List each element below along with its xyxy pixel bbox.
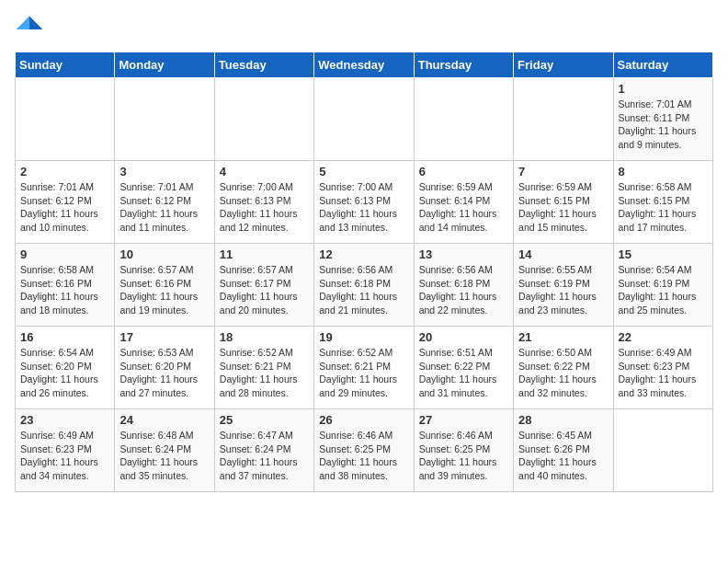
- day-cell: [514, 78, 613, 161]
- day-info: Sunrise: 6:57 AM Sunset: 6:16 PM Dayligh…: [119, 263, 209, 317]
- day-number: 23: [20, 413, 109, 427]
- day-info: Sunrise: 6:56 AM Sunset: 6:18 PM Dayligh…: [419, 263, 508, 317]
- day-number: 5: [319, 165, 408, 178]
- week-row-1: 1Sunrise: 7:01 AM Sunset: 6:11 PM Daylig…: [16, 78, 713, 161]
- page-header: [15, 15, 713, 44]
- day-cell: 8Sunrise: 6:58 AM Sunset: 6:15 PM Daylig…: [613, 161, 712, 244]
- day-cell: 26Sunrise: 6:46 AM Sunset: 6:25 PM Dayli…: [314, 409, 414, 492]
- day-cell: [214, 78, 313, 161]
- day-info: Sunrise: 6:59 AM Sunset: 6:14 PM Dayligh…: [419, 180, 508, 235]
- day-number: 3: [119, 165, 209, 178]
- day-info: Sunrise: 6:46 AM Sunset: 6:25 PM Dayligh…: [319, 429, 408, 483]
- day-cell: 16Sunrise: 6:54 AM Sunset: 6:20 PM Dayli…: [16, 327, 115, 409]
- day-cell: [115, 78, 214, 161]
- week-row-5: 23Sunrise: 6:49 AM Sunset: 6:23 PM Dayli…: [16, 409, 713, 492]
- day-cell: 13Sunrise: 6:56 AM Sunset: 6:18 PM Dayli…: [414, 244, 513, 327]
- day-cell: 12Sunrise: 6:56 AM Sunset: 6:18 PM Dayli…: [314, 244, 414, 327]
- day-info: Sunrise: 6:56 AM Sunset: 6:18 PM Dayligh…: [319, 263, 408, 317]
- day-info: Sunrise: 6:48 AM Sunset: 6:24 PM Dayligh…: [119, 429, 209, 483]
- day-number: 4: [220, 165, 309, 178]
- day-cell: 5Sunrise: 7:00 AM Sunset: 6:13 PM Daylig…: [314, 161, 414, 244]
- day-info: Sunrise: 6:59 AM Sunset: 6:15 PM Dayligh…: [518, 180, 608, 235]
- day-info: Sunrise: 6:51 AM Sunset: 6:22 PM Dayligh…: [419, 346, 508, 400]
- day-cell: 27Sunrise: 6:46 AM Sunset: 6:25 PM Dayli…: [414, 409, 513, 492]
- day-number: 21: [518, 330, 608, 344]
- day-number: 10: [119, 247, 209, 261]
- day-info: Sunrise: 7:00 AM Sunset: 6:13 PM Dayligh…: [220, 180, 309, 235]
- day-number: 18: [220, 330, 309, 344]
- day-info: Sunrise: 6:53 AM Sunset: 6:20 PM Dayligh…: [119, 346, 209, 400]
- day-number: 16: [20, 330, 109, 344]
- day-cell: [613, 409, 712, 492]
- day-cell: 15Sunrise: 6:54 AM Sunset: 6:19 PM Dayli…: [613, 244, 712, 327]
- day-info: Sunrise: 7:01 AM Sunset: 6:12 PM Dayligh…: [20, 180, 109, 235]
- day-number: 22: [619, 330, 708, 344]
- day-info: Sunrise: 6:55 AM Sunset: 6:19 PM Dayligh…: [518, 263, 608, 317]
- day-cell: 24Sunrise: 6:48 AM Sunset: 6:24 PM Dayli…: [115, 409, 214, 492]
- col-header-thursday: Thursday: [414, 52, 513, 78]
- col-header-sunday: Sunday: [16, 52, 115, 78]
- col-header-friday: Friday: [514, 52, 613, 78]
- day-number: 2: [20, 165, 109, 178]
- day-cell: 25Sunrise: 6:47 AM Sunset: 6:24 PM Dayli…: [214, 409, 313, 492]
- col-header-wednesday: Wednesday: [314, 52, 414, 78]
- day-number: 12: [319, 247, 408, 261]
- day-info: Sunrise: 6:58 AM Sunset: 6:15 PM Dayligh…: [619, 180, 708, 235]
- day-number: 11: [220, 247, 309, 261]
- day-info: Sunrise: 6:50 AM Sunset: 6:22 PM Dayligh…: [518, 346, 608, 400]
- day-cell: 3Sunrise: 7:01 AM Sunset: 6:12 PM Daylig…: [115, 161, 214, 244]
- day-cell: 17Sunrise: 6:53 AM Sunset: 6:20 PM Dayli…: [115, 327, 214, 409]
- col-header-monday: Monday: [115, 52, 214, 78]
- day-info: Sunrise: 6:46 AM Sunset: 6:25 PM Dayligh…: [419, 429, 508, 483]
- day-info: Sunrise: 6:52 AM Sunset: 6:21 PM Dayligh…: [319, 346, 408, 400]
- day-cell: [314, 78, 414, 161]
- day-number: 25: [220, 413, 309, 427]
- day-number: 19: [319, 330, 408, 344]
- day-info: Sunrise: 6:54 AM Sunset: 6:19 PM Dayligh…: [619, 263, 708, 317]
- day-info: Sunrise: 6:54 AM Sunset: 6:20 PM Dayligh…: [20, 346, 109, 400]
- day-cell: 21Sunrise: 6:50 AM Sunset: 6:22 PM Dayli…: [514, 327, 613, 409]
- week-row-4: 16Sunrise: 6:54 AM Sunset: 6:20 PM Dayli…: [16, 327, 713, 409]
- day-info: Sunrise: 6:49 AM Sunset: 6:23 PM Dayligh…: [619, 346, 708, 400]
- day-cell: 19Sunrise: 6:52 AM Sunset: 6:21 PM Dayli…: [314, 327, 414, 409]
- day-cell: 11Sunrise: 6:57 AM Sunset: 6:17 PM Dayli…: [214, 244, 313, 327]
- day-number: 17: [119, 330, 209, 344]
- day-cell: 23Sunrise: 6:49 AM Sunset: 6:23 PM Dayli…: [16, 409, 115, 492]
- day-number: 8: [619, 165, 708, 178]
- week-row-2: 2Sunrise: 7:01 AM Sunset: 6:12 PM Daylig…: [16, 161, 713, 244]
- day-number: 9: [20, 247, 109, 261]
- header-row: SundayMondayTuesdayWednesdayThursdayFrid…: [16, 52, 713, 78]
- day-cell: 20Sunrise: 6:51 AM Sunset: 6:22 PM Dayli…: [414, 327, 513, 409]
- day-number: 13: [419, 247, 508, 261]
- day-cell: 22Sunrise: 6:49 AM Sunset: 6:23 PM Dayli…: [613, 327, 712, 409]
- day-cell: 18Sunrise: 6:52 AM Sunset: 6:21 PM Dayli…: [214, 327, 313, 409]
- day-info: Sunrise: 6:57 AM Sunset: 6:17 PM Dayligh…: [220, 263, 309, 317]
- day-cell: 6Sunrise: 6:59 AM Sunset: 6:14 PM Daylig…: [414, 161, 513, 244]
- day-number: 6: [419, 165, 508, 178]
- day-info: Sunrise: 7:00 AM Sunset: 6:13 PM Dayligh…: [319, 180, 408, 235]
- day-info: Sunrise: 6:47 AM Sunset: 6:24 PM Dayligh…: [220, 429, 309, 483]
- day-number: 26: [319, 413, 408, 427]
- col-header-tuesday: Tuesday: [214, 52, 313, 78]
- day-number: 24: [119, 413, 209, 427]
- day-info: Sunrise: 6:58 AM Sunset: 6:16 PM Dayligh…: [20, 263, 109, 317]
- day-cell: 28Sunrise: 6:45 AM Sunset: 6:26 PM Dayli…: [514, 409, 613, 492]
- day-cell: 2Sunrise: 7:01 AM Sunset: 6:12 PM Daylig…: [16, 161, 115, 244]
- svg-marker-1: [17, 17, 29, 29]
- day-number: 15: [619, 247, 708, 261]
- day-number: 27: [419, 413, 508, 427]
- day-info: Sunrise: 6:45 AM Sunset: 6:26 PM Dayligh…: [518, 429, 608, 483]
- day-cell: 14Sunrise: 6:55 AM Sunset: 6:19 PM Dayli…: [514, 244, 613, 327]
- svg-marker-0: [29, 17, 42, 29]
- logo: [15, 15, 48, 44]
- day-cell: 4Sunrise: 7:00 AM Sunset: 6:13 PM Daylig…: [214, 161, 313, 244]
- day-info: Sunrise: 7:01 AM Sunset: 6:11 PM Dayligh…: [619, 98, 708, 152]
- day-info: Sunrise: 6:52 AM Sunset: 6:21 PM Dayligh…: [220, 346, 309, 400]
- day-cell: [16, 78, 115, 161]
- day-number: 1: [619, 82, 708, 96]
- day-cell: [414, 78, 513, 161]
- day-cell: 1Sunrise: 7:01 AM Sunset: 6:11 PM Daylig…: [613, 78, 712, 161]
- col-header-saturday: Saturday: [613, 52, 712, 78]
- day-cell: 7Sunrise: 6:59 AM Sunset: 6:15 PM Daylig…: [514, 161, 613, 244]
- logo-icon: [15, 15, 44, 44]
